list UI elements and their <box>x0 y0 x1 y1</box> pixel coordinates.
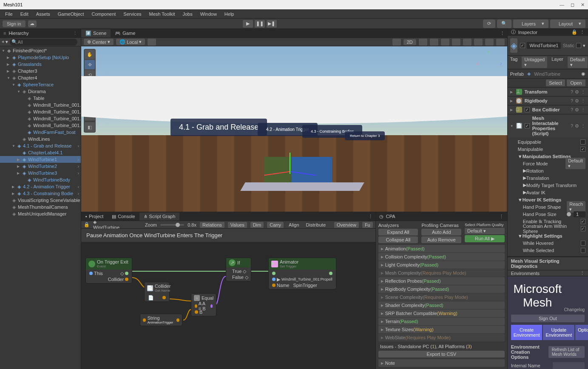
prefab-open-button[interactable]: Open <box>567 79 585 86</box>
signout-button[interactable]: Sign Out <box>511 315 585 322</box>
hierarchy-item[interactable]: ◈Table <box>0 95 81 102</box>
create-env-button[interactable]: Create Environment <box>511 325 543 340</box>
menu-icon[interactable]: ⋮ <box>581 89 585 95</box>
hierarchy-item[interactable]: ▼◈SphereTerrace <box>0 81 81 88</box>
tb-relations[interactable]: Relations <box>200 222 224 228</box>
game-tab[interactable]: 🎮 Game <box>111 29 139 37</box>
tb-distribute[interactable]: Distribute <box>304 222 327 228</box>
inspector-lock-icon[interactable]: 🔒 <box>571 29 577 35</box>
update-env-button[interactable]: Update Environment <box>543 325 574 340</box>
options-button[interactable]: Options <box>575 325 588 340</box>
menu-services[interactable]: Services <box>120 11 145 17</box>
constrain-checkbox[interactable] <box>581 226 585 231</box>
whilehover-checkbox[interactable] <box>581 241 585 246</box>
cpa-check-row[interactable]: ▶Collision Complexity (Passed) <box>378 253 505 261</box>
hierarchy-item[interactable]: ◈Windmill_Turbine_001. <box>0 122 81 129</box>
node-equal[interactable]: =Equal A A = B B <box>191 293 216 316</box>
node-get-name[interactable]: 📄ColliderGet Name 📄 <box>144 282 170 302</box>
environments-tab[interactable]: Environments <box>511 271 577 276</box>
node-set-trigger[interactable]: ▶AnimatorSet Trigger ▶Windmill_Turbine_0… <box>268 258 336 290</box>
presets-icon[interactable]: ⚙ <box>575 89 579 95</box>
hierarchy-item[interactable]: ◈WindFarmFast_boat <box>0 129 81 136</box>
auto-add-button[interactable]: Auto Add <box>421 229 461 236</box>
hierarchy-tab[interactable]: Hierarchy <box>9 31 70 36</box>
hierarchy-item[interactable]: ◈WindLines <box>0 136 81 142</box>
layout-dropdown[interactable]: Layout ▾ <box>550 20 585 28</box>
help-icon[interactable]: ? <box>571 89 573 95</box>
tb-overview[interactable]: Overview <box>334 222 359 228</box>
boxcollider-enabled[interactable] <box>525 107 530 112</box>
mip-enabled[interactable] <box>525 123 530 128</box>
snap-icon[interactable] <box>392 39 401 45</box>
signin-button[interactable]: Sign in <box>3 20 26 27</box>
hierarchy-item[interactable]: ▶◈Chapter3 <box>0 68 81 74</box>
hierarchy-search[interactable]: 🔍 All <box>10 39 77 45</box>
hierarchy-item[interactable]: ▶◈WindTurbine3› <box>0 170 81 176</box>
skybox-icon[interactable] <box>452 39 460 45</box>
modify-foldout[interactable]: ▶ Modify Target Transform <box>518 182 585 189</box>
undo-history-icon[interactable]: ⟳ <box>483 20 495 28</box>
cpa-check-row[interactable]: ▶Reflection Probes (Passed) <box>378 277 505 285</box>
search-icon[interactable]: 🔍 <box>497 20 511 28</box>
cpa-check-row[interactable]: ▶Texture Sizes (Warning) <box>378 326 505 333</box>
auto-remove-button[interactable]: Auto Remove <box>421 236 461 243</box>
hand-tool-icon[interactable]: ✋ <box>85 50 95 59</box>
node-string[interactable]: StringAnimationTrigger <box>140 314 182 326</box>
transform-component[interactable]: ▶⊥ Transform ?⚙⋮ <box>508 88 588 96</box>
menu-edit[interactable]: Edit <box>17 11 32 17</box>
manipulable-checkbox[interactable] <box>580 147 585 152</box>
zoom-slider[interactable] <box>160 224 184 226</box>
force-mode-dropdown[interactable]: Default ▾ <box>565 158 585 169</box>
equippable-checkbox[interactable] <box>580 139 585 145</box>
scene-viewport[interactable]: ✋ ✥ ⟲ ⤡ ▭ ✦ ✂ ◧ y z x Pers <box>81 46 507 212</box>
inspector-menu-icon[interactable]: ⋮ <box>580 29 585 35</box>
light-icon[interactable] <box>419 39 427 45</box>
scene-tab[interactable]: #️⃣ Scene <box>81 29 111 37</box>
menu-meshtoolkit[interactable]: Mesh Toolkit <box>146 11 179 17</box>
cpa-check-row[interactable]: ▶Shader Complexity (Passed) <box>378 301 505 309</box>
hierarchy-item[interactable]: ▶◈4.3 - Constraining Bodie› <box>0 190 81 197</box>
menu-window[interactable]: Window <box>197 11 220 17</box>
tb-dim[interactable]: Dim <box>250 222 264 228</box>
prefab-pick-icon[interactable]: ◉ <box>581 71 585 77</box>
script-graph-tab[interactable]: ⋔ Script Graph <box>139 213 180 221</box>
audio-icon[interactable] <box>430 39 438 45</box>
node-on-trigger-exit[interactable]: On Trigger ExitEvent This◇ Collider <box>85 258 132 284</box>
hierarchy-item[interactable]: ▶◈4.2 - Animation Trigger› <box>0 183 81 190</box>
tb-align[interactable]: Align <box>287 222 301 228</box>
export-csv-button[interactable]: Export to CSV <box>378 351 505 358</box>
handsize-field[interactable]: 1 <box>574 211 585 217</box>
hierarchy-item[interactable]: ▶◈PlaymodeSetup [NoUplo <box>0 54 81 61</box>
hierarchy-item[interactable]: ▶◈WindTurbine1› <box>0 156 81 163</box>
collapse-all-button[interactable]: Collapse All <box>378 236 418 243</box>
gameobject-name-field[interactable]: WindTurbine1 <box>527 42 561 49</box>
maximize-icon[interactable]: ◻ <box>571 2 574 8</box>
run-all-button[interactable]: Run All ▶ <box>465 235 505 242</box>
camera-icon[interactable] <box>485 39 494 45</box>
env-menu-icon[interactable]: ⋮ <box>580 270 585 276</box>
tb-values[interactable]: Values <box>228 222 247 228</box>
hierarchy-item[interactable]: ◈WindTurbineBody <box>0 176 81 183</box>
tag-dropdown[interactable]: Untagged ▾ <box>522 57 547 68</box>
cpa-tab[interactable]: CPA <box>386 214 497 219</box>
cpa-check-row[interactable]: ▶Rigidbody Complexity (Passed) <box>378 285 505 293</box>
avatarik-foldout[interactable]: ▶ Avatar IK <box>518 189 585 196</box>
tb-carry[interactable]: Carry <box>267 222 284 228</box>
menu-help[interactable]: Help <box>221 11 238 17</box>
menu-gameobject[interactable]: GameObject <box>54 11 88 17</box>
menu-assets[interactable]: Assets <box>33 11 54 17</box>
rigidbody-component[interactable]: ▶⬤ Rigidbody ?⚙⋮ <box>508 97 588 105</box>
menu-jobs[interactable]: Jobs <box>179 11 196 17</box>
graph-canvas[interactable]: Pause Animation Once WindTurbine Enters … <box>81 229 375 369</box>
hierarchy-item[interactable]: ◈MeshThumbnailCamera <box>0 204 81 210</box>
hierarchy-item[interactable]: ◈Windmill_Turbine_001. <box>0 102 81 108</box>
hierarchy-item[interactable]: ◈MeshUniqueIdManager <box>0 210 81 217</box>
translation-foldout[interactable]: ▶ Translation <box>518 174 585 182</box>
refresh-worlds-button[interactable]: Refresh List of Mesh Worlds <box>548 346 585 358</box>
boxcollider-component[interactable]: ▶□ Box Collider ?⚙⋮ <box>508 105 588 114</box>
create-dropdown[interactable]: + ▾ <box>2 39 8 45</box>
cpa-menu-icon[interactable]: ⋮ <box>499 214 504 219</box>
menu-component[interactable]: Component <box>88 11 119 17</box>
play-button[interactable]: ▶ <box>243 20 253 28</box>
hierarchy-item[interactable]: ▶◈WindTurbine2› <box>0 163 81 170</box>
